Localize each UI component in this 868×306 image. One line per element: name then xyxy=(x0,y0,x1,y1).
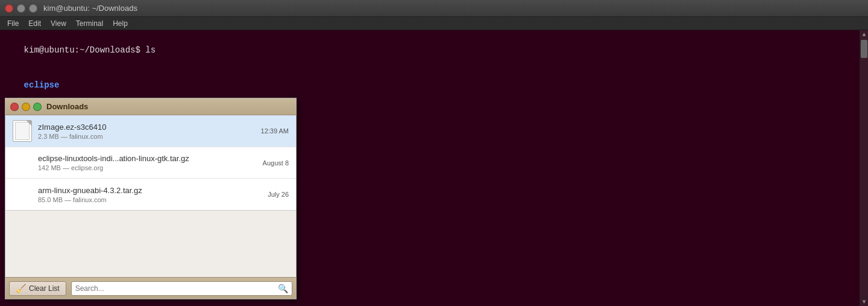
menu-view[interactable]: View xyxy=(46,17,71,30)
download-size-3: 85.0 MB xyxy=(38,196,63,203)
dialog-titlebar: Downloads xyxy=(5,98,296,115)
scrollbar-track xyxy=(860,39,868,298)
download-source-3: falinux.com xyxy=(73,196,107,203)
download-size-2: 142 MB xyxy=(38,164,61,171)
search-input[interactable] xyxy=(75,284,278,293)
download-size-1: 2.3 MB xyxy=(38,133,59,140)
downloads-spacer xyxy=(5,211,296,277)
maximize-button[interactable] xyxy=(29,4,37,13)
download-name-3: arm-linux-gnueabi-4.3.2.tar.gz xyxy=(38,186,262,195)
menu-help[interactable]: Help xyxy=(108,17,133,30)
scrollbar-down-arrow[interactable]: ▼ xyxy=(860,298,869,306)
dialog-minimize-button[interactable] xyxy=(22,103,30,111)
dialog-maximize-button[interactable] xyxy=(33,103,42,111)
window-title: kim@ubuntu: ~/Downloads xyxy=(43,4,137,13)
search-icon[interactable]: 🔍 xyxy=(278,284,288,293)
downloads-list: zImage.ez-s3c6410 2.3 MB — falinux.com 1… xyxy=(5,115,296,211)
download-source-1: falinux.com xyxy=(69,133,103,140)
clear-list-label: Clear List xyxy=(29,284,60,293)
download-info-2: eclipse-linuxtools-indi...ation-linux-gt… xyxy=(13,154,257,171)
window-buttons xyxy=(5,4,37,13)
download-name-1: zImage.ez-s3c6410 xyxy=(38,123,255,132)
search-box[interactable]: 🔍 xyxy=(71,281,292,296)
download-name-2: eclipse-linuxtools-indi...ation-linux-gt… xyxy=(38,154,257,163)
menu-file[interactable]: File xyxy=(2,17,24,30)
file-icon-inner-1 xyxy=(15,122,30,140)
minimize-button[interactable] xyxy=(17,4,25,13)
dialog-window-buttons xyxy=(10,103,42,111)
file-icon-1 xyxy=(13,120,32,142)
download-date-1: 12:39 AM xyxy=(261,127,289,135)
download-info-1: zImage.ez-s3c6410 2.3 MB — falinux.com xyxy=(38,123,255,140)
ls-eclipse-dir: eclipse xyxy=(24,80,60,90)
download-sep-3: — xyxy=(64,196,73,203)
download-date-3: July 26 xyxy=(268,191,289,198)
download-meta-3: 85.0 MB — falinux.com xyxy=(38,196,262,203)
download-item-3[interactable]: arm-linux-gnueabi-4.3.2.tar.gz 85.0 MB —… xyxy=(5,179,296,210)
menu-edit[interactable]: Edit xyxy=(24,17,46,30)
downloads-footer: 🧹 Clear List 🔍 xyxy=(5,277,296,299)
download-sep-1: — xyxy=(61,133,69,140)
terminal-scrollbar: ▲ ▼ xyxy=(860,30,868,306)
download-date-2: August 8 xyxy=(263,159,289,167)
download-sep-2: — xyxy=(63,164,71,171)
terminal-line-1: kim@ubuntu:~/Downloads$ ls xyxy=(4,33,864,68)
download-meta-2: 142 MB — eclipse.org xyxy=(38,164,257,171)
menu-terminal[interactable]: Terminal xyxy=(71,17,108,30)
scrollbar-up-arrow[interactable]: ▲ xyxy=(860,30,869,39)
broom-icon: 🧹 xyxy=(16,284,26,293)
scrollbar-thumb[interactable] xyxy=(861,40,867,58)
download-item-2[interactable]: eclipse-linuxtools-indi...ation-linux-gt… xyxy=(5,147,296,179)
dialog-title: Downloads xyxy=(46,102,88,111)
clear-list-button[interactable]: 🧹 Clear List xyxy=(9,281,66,296)
downloads-dialog: Downloads zImage.ez-s3c6410 2.3 MB — fal… xyxy=(5,98,297,299)
dialog-close-button[interactable] xyxy=(10,103,19,111)
download-meta-1: 2.3 MB — falinux.com xyxy=(38,133,255,140)
close-button[interactable] xyxy=(5,4,13,13)
terminal-prompt-1: kim@ubuntu:~/Downloads$ ls xyxy=(24,45,156,55)
download-item-1[interactable]: zImage.ez-s3c6410 2.3 MB — falinux.com 1… xyxy=(5,115,296,147)
download-source-2: eclipse.org xyxy=(71,164,103,171)
terminal-titlebar: kim@ubuntu: ~/Downloads xyxy=(0,0,868,17)
menu-bar: File Edit View Terminal Help xyxy=(0,17,868,30)
download-info-3: arm-linux-gnueabi-4.3.2.tar.gz 85.0 MB —… xyxy=(13,186,262,203)
